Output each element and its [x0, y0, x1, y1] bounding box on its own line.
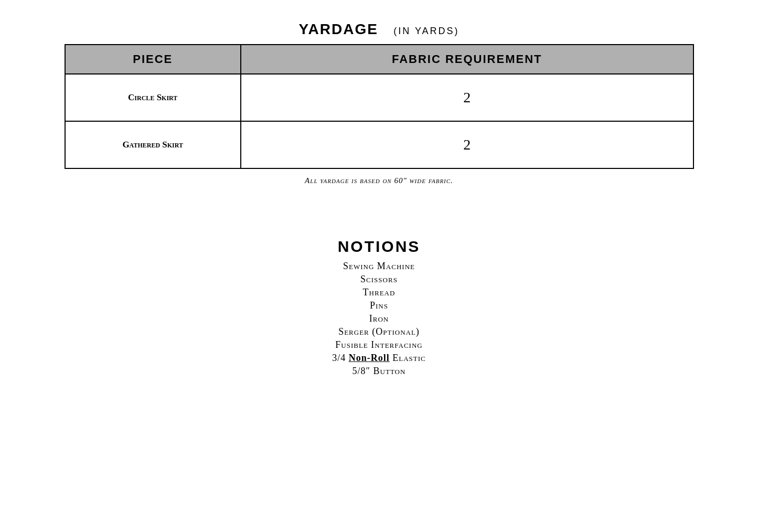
notions-list: Sewing Machine Scissors Thread Pins Iron… [65, 261, 694, 377]
list-item: Serger (Optional) [338, 326, 420, 337]
fabric-req-circle-skirt: 2 [241, 74, 693, 121]
piece-gathered-skirt: Gathered Skirt [65, 121, 241, 168]
list-item-elastic: 3/4 Non-Roll Elastic [332, 353, 426, 364]
list-item: Scissors [360, 274, 398, 285]
non-roll-text: Non-Roll [349, 353, 390, 363]
page-container: YARDAGE (IN YARDS) PIECE FABRIC REQUIREM… [65, 21, 694, 377]
col-piece-header: PIECE [65, 45, 241, 74]
list-item: Fusible Interfacing [335, 339, 422, 350]
fabric-req-gathered-skirt: 2 [241, 121, 693, 168]
table-row: Circle Skirt 2 [65, 74, 693, 121]
elastic-text: Elastic [392, 353, 426, 363]
list-item: Pins [370, 300, 388, 311]
yardage-title-text: YARDAGE [298, 21, 378, 37]
yardage-subtitle: (IN YARDS) [393, 26, 459, 36]
list-item: Iron [369, 313, 389, 324]
yardage-title: YARDAGE (IN YARDS) [65, 21, 694, 38]
table-row: Gathered Skirt 2 [65, 121, 693, 168]
notions-section: NOTIONS Sewing Machine Scissors Thread P… [65, 238, 694, 377]
yardage-table: PIECE FABRIC REQUIREMENT Circle Skirt 2 … [65, 44, 694, 169]
col-fabric-header: FABRIC REQUIREMENT [241, 45, 693, 74]
list-item: Thread [363, 287, 396, 298]
piece-circle-skirt: Circle Skirt [65, 74, 241, 121]
notions-title: NOTIONS [65, 238, 694, 256]
list-item-button: 5/8″ Button [353, 366, 406, 377]
table-header-row: PIECE FABRIC REQUIREMENT [65, 45, 693, 74]
list-item: Sewing Machine [343, 261, 415, 272]
yardage-section: YARDAGE (IN YARDS) PIECE FABRIC REQUIREM… [65, 21, 694, 185]
yardage-note: All yardage is based on 60″ wide fabric. [65, 176, 694, 185]
